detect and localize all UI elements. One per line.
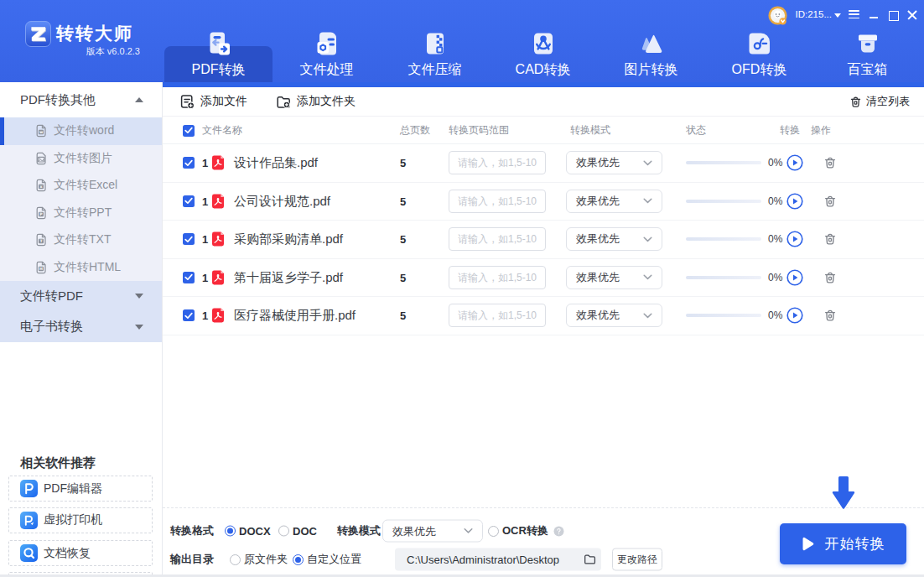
play-icon	[802, 537, 814, 551]
titlebar: 转转大师 版本 v6.0.2.3 PDF转换 文件处理 文件压缩 CAD转换 图…	[0, 0, 924, 82]
mode-select-value: 效果优先	[576, 270, 643, 285]
row-checkbox[interactable]	[183, 233, 195, 245]
promo-card-doc-recovery[interactable]: 文档恢复	[8, 540, 153, 566]
sidebar-item-doc-word[interactable]: w 文件转word	[0, 117, 162, 145]
sidebar-item-doc-txt[interactable]: T 文件转TXT	[0, 226, 162, 254]
file-compress-icon	[421, 29, 449, 58]
maximize-icon[interactable]	[888, 10, 897, 20]
promo-card-label: PDF编辑器	[44, 481, 102, 496]
pdf-file-icon	[210, 308, 225, 323]
minimize-icon[interactable]	[869, 10, 878, 20]
page-range-input[interactable]	[449, 266, 546, 289]
file-name: 设计作品集.pdf	[234, 155, 318, 171]
file-row: 1 采购部采购清单.pdf 5 效果优先 0%	[163, 221, 924, 259]
trash-icon	[849, 96, 862, 108]
progress-bar	[686, 314, 761, 317]
radio-docx-label: DOCX	[239, 525, 271, 538]
row-mode-select[interactable]: 效果优先	[566, 151, 662, 174]
col-action: 操作	[811, 117, 831, 144]
sidebar-group-ebook[interactable]: 电子书转换	[0, 312, 162, 343]
mode-select-value: 效果优先	[392, 523, 464, 538]
page-range-input[interactable]	[449, 304, 546, 327]
row-mode-select[interactable]: 效果优先	[566, 190, 662, 213]
row-checkbox[interactable]	[183, 195, 195, 207]
app-logo-icon	[25, 21, 51, 47]
sidebar-item-doc-ppt[interactable]: P 文件转PPT	[0, 200, 162, 227]
page-range-input[interactable]	[449, 190, 546, 213]
progress-bar	[686, 161, 761, 164]
toolbar: 添加文件 添加文件夹 清空列表	[163, 87, 924, 117]
user-id[interactable]: ID:215...	[796, 9, 832, 19]
row-delete-button[interactable]	[823, 195, 837, 208]
radio-custom-location[interactable]: 自定义位置	[293, 552, 361, 567]
sidebar-group-block: 文件转PDF 电子书转换	[0, 281, 162, 342]
add-file-button[interactable]: 添加文件	[179, 87, 247, 116]
svg-text:x: x	[40, 185, 43, 189]
promo-card-label: 文档恢复	[44, 546, 91, 561]
pdf-editor-icon	[20, 480, 38, 497]
chevron-down-icon	[643, 198, 652, 204]
row-start-button[interactable]	[786, 154, 803, 171]
promo-card-pdf-editor[interactable]: PDF编辑器	[8, 476, 153, 502]
file-pages: 5	[400, 271, 406, 283]
progress-bar	[686, 276, 761, 279]
radio-source-folder-icon	[230, 554, 241, 565]
output-path-field[interactable]: C:\Users\Administrator\Desktop	[395, 548, 601, 571]
user-avatar[interactable]	[768, 6, 787, 25]
sidebar-group-pdf-other[interactable]: PDF转换其他	[0, 82, 162, 117]
row-delete-button[interactable]	[823, 309, 837, 322]
clear-list-button[interactable]: 清空列表	[849, 87, 910, 116]
sidebar-item-doc-image[interactable]: 文件转图片	[0, 145, 162, 173]
select-all-checkbox[interactable]	[183, 125, 195, 137]
row-start-button[interactable]	[786, 231, 803, 247]
app-version: 版本 v6.0.2.3	[56, 45, 140, 58]
user-caret-icon[interactable]	[834, 13, 841, 18]
folder-icon[interactable]	[584, 554, 596, 566]
row-checkbox[interactable]	[183, 309, 195, 321]
sidebar-item-doc-excel[interactable]: x 文件转Excel	[0, 172, 162, 200]
mode-select-value: 效果优先	[576, 155, 643, 170]
progress-percent: 0%	[768, 272, 782, 283]
menu-icon[interactable]	[849, 10, 859, 20]
radio-docx[interactable]: DOCX	[225, 525, 271, 538]
sidebar-group-to-pdf[interactable]: 文件转PDF	[0, 281, 162, 312]
radio-source-folder[interactable]: 原文件夹	[230, 552, 288, 567]
nav-tab-pdf-convert[interactable]: PDF转换	[164, 0, 273, 82]
row-delete-button[interactable]	[823, 232, 837, 246]
row-checkbox[interactable]	[183, 272, 195, 283]
promo-card-virtual-printer[interactable]: 虚拟打印机	[8, 507, 153, 533]
row-mode-select[interactable]: 效果优先	[566, 227, 662, 251]
radio-docx-icon	[225, 526, 236, 537]
file-pages: 5	[400, 195, 406, 207]
close-icon[interactable]	[907, 10, 917, 20]
nav-tab-image-convert[interactable]: 图片转换	[597, 0, 705, 82]
row-delete-button[interactable]	[823, 271, 837, 284]
sidebar-item-label: 文件转PPT	[54, 205, 112, 221]
row-checkbox[interactable]	[183, 157, 195, 169]
nav-tab-label: 文件处理	[300, 61, 354, 79]
pdf-file-icon	[210, 194, 225, 209]
start-convert-button[interactable]: 开始转换	[780, 523, 906, 564]
mode-select[interactable]: 效果优先	[382, 520, 483, 543]
radio-doc[interactable]: DOC	[278, 525, 317, 538]
nav-tab-file-process[interactable]: 文件处理	[273, 0, 381, 82]
row-start-button[interactable]	[786, 307, 803, 324]
sidebar-item-label: 文件转TXT	[54, 232, 111, 247]
doc-recovery-icon	[20, 544, 38, 562]
nav-tab-file-compress[interactable]: 文件压缩	[381, 0, 489, 82]
page-range-input[interactable]	[449, 151, 546, 174]
nav-tab-label: 文件压缩	[408, 61, 462, 79]
nav-tab-cad-convert[interactable]: CAD转换	[489, 0, 597, 82]
row-mode-select[interactable]: 效果优先	[566, 304, 662, 327]
row-start-button[interactable]	[786, 269, 803, 286]
sidebar-item-doc-html[interactable]: H 文件转HTML	[0, 254, 162, 282]
row-start-button[interactable]	[786, 193, 803, 210]
output-label: 输出目录	[170, 552, 214, 567]
row-mode-select[interactable]: 效果优先	[566, 266, 662, 289]
radio-ocr[interactable]: OCR转换	[488, 523, 564, 538]
add-folder-button[interactable]: 添加文件夹	[276, 87, 356, 116]
change-path-button[interactable]: 更改路径	[612, 548, 662, 571]
row-delete-button[interactable]	[823, 156, 837, 169]
page-range-input[interactable]	[449, 227, 546, 251]
ocr-help-icon[interactable]	[553, 526, 564, 537]
